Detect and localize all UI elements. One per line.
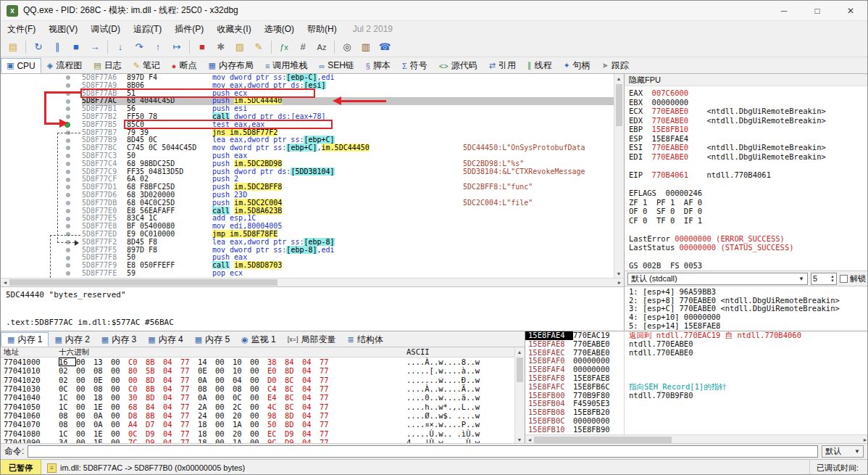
- disasm-row[interactable]: 5D8F77F28D45 F8lea eax,dword ptr ss:[ebp…: [1, 239, 614, 247]
- stop-icon[interactable]: ■: [67, 39, 85, 55]
- tab-内存 5[interactable]: ▦内存 5: [189, 332, 235, 347]
- menu-item[interactable]: 插件(P): [168, 21, 210, 37]
- dump-byte[interactable]: 04: [302, 384, 320, 393]
- open-file-icon[interactable]: ▤: [4, 39, 22, 55]
- dump-byte[interactable]: 00: [111, 358, 128, 366]
- step-out-icon[interactable]: ↑: [149, 39, 167, 55]
- tab-线程[interactable]: ∥线程: [522, 58, 558, 73]
- dump-byte[interactable]: 13: [93, 358, 111, 366]
- dump-byte[interactable]: 2C: [233, 402, 250, 411]
- dump-byte[interactable]: 10: [233, 358, 250, 366]
- dump-byte[interactable]: 00: [250, 376, 267, 384]
- dump-byte[interactable]: 00: [215, 411, 233, 420]
- dump-byte[interactable]: 04: [163, 384, 180, 393]
- dump-byte[interactable]: 18: [198, 420, 215, 429]
- menu-item[interactable]: 文件(F): [1, 21, 42, 37]
- dump-byte[interactable]: 00: [76, 420, 93, 429]
- dump-byte[interactable]: 77: [180, 393, 198, 402]
- tab-句柄[interactable]: ✦句柄: [557, 58, 596, 73]
- dump-byte[interactable]: 00: [111, 393, 128, 402]
- menu-item[interactable]: 调试(D): [84, 21, 127, 37]
- tab-源代码[interactable]: <>源代码: [433, 58, 483, 73]
- dump-byte[interactable]: 20: [233, 429, 250, 438]
- dump-byte[interactable]: 04: [163, 420, 180, 429]
- dump-byte[interactable]: 0A: [93, 420, 111, 429]
- dump-byte[interactable]: 04: [163, 429, 180, 438]
- restart-icon[interactable]: ↻: [30, 39, 47, 55]
- strings-icon[interactable]: Az: [313, 39, 330, 55]
- dump-byte[interactable]: 8D: [285, 411, 302, 420]
- dump-byte[interactable]: 14: [198, 358, 215, 366]
- dump-byte[interactable]: 1C: [59, 393, 76, 402]
- dump-byte[interactable]: 18: [93, 393, 111, 402]
- tab-调用堆栈[interactable]: ≡调用堆栈: [259, 58, 313, 73]
- dump-byte[interactable]: 16: [59, 358, 76, 366]
- search-icon[interactable]: ◎: [338, 39, 356, 55]
- register-row[interactable]: ESP 15E8FAE4: [629, 134, 868, 144]
- dump-byte[interactable]: 68: [128, 402, 146, 411]
- dump-byte[interactable]: 00: [250, 393, 267, 402]
- dump-byte[interactable]: D0: [267, 376, 285, 384]
- tab-脚本[interactable]: §脚本: [360, 58, 396, 73]
- dump-byte[interactable]: 04: [302, 358, 320, 366]
- dump-byte[interactable]: 1E: [93, 402, 111, 411]
- register-row[interactable]: EFLAGS 00000246: [629, 189, 868, 198]
- dump-byte[interactable]: 08: [59, 411, 76, 420]
- spinner-arrows-icon[interactable]: ▲▼: [830, 274, 835, 283]
- tab-断点[interactable]: ●断点: [166, 58, 203, 73]
- dump-byte[interactable]: 00: [76, 402, 93, 411]
- dump-byte[interactable]: 77: [180, 420, 198, 429]
- dump-byte[interactable]: 04: [233, 376, 250, 384]
- command-mode-select[interactable]: 默认 ▼: [822, 445, 864, 458]
- dump-byte[interactable]: 8D: [285, 420, 302, 429]
- register-row[interactable]: GS 002B FS 0053: [629, 261, 868, 270]
- dump-byte[interactable]: 0A: [198, 393, 215, 402]
- dump-byte[interactable]: 00: [250, 402, 267, 411]
- dump-byte[interactable]: 10: [233, 366, 250, 375]
- menu-item[interactable]: 收藏夹(I): [210, 21, 257, 37]
- dump-row[interactable]: 770410501C001E00688404772A002C004C8C0477…: [1, 402, 525, 411]
- dump-byte[interactable]: 77: [180, 358, 198, 366]
- scroll-up-arrow[interactable]: ▲: [614, 74, 623, 83]
- dump-byte[interactable]: 77: [320, 420, 337, 429]
- scroll-right-arrow[interactable]: ►: [615, 278, 624, 287]
- tab-笔记[interactable]: ✎笔记: [128, 58, 166, 73]
- register-row[interactable]: ESI 770EABE0 <ntdll.DbgUiRemoteBreakin>: [629, 143, 868, 152]
- dump-byte[interactable]: 8D: [285, 366, 302, 375]
- menu-item[interactable]: 选项(O): [258, 21, 301, 37]
- call-argument-row[interactable]: 4: [esp+10] 00000000: [629, 313, 868, 322]
- dump-byte[interactable]: 08: [93, 384, 111, 393]
- dump-byte[interactable]: 77: [180, 376, 198, 384]
- dump-byte[interactable]: 00: [76, 376, 93, 384]
- disasm-row[interactable]: 5D8F77C468 98BDC25Dpush im.5DC2BD985DC2B…: [1, 160, 614, 168]
- dump-byte[interactable]: 77: [180, 384, 198, 393]
- dump-byte[interactable]: 04: [302, 429, 320, 438]
- scroll-thumb[interactable]: [517, 358, 523, 382]
- register-row[interactable]: EBP 15E8FB10: [629, 125, 868, 134]
- dump-byte[interactable]: 04: [163, 393, 180, 402]
- dump-row[interactable]: 770410401C001800308D04770A000C00E48C0477…: [1, 393, 525, 402]
- dump-byte[interactable]: 04: [163, 411, 180, 420]
- tab-CPU[interactable]: ▣CPU: [1, 58, 41, 73]
- dump-byte[interactable]: 77: [320, 358, 337, 366]
- hash-icon[interactable]: #: [294, 39, 312, 55]
- dump-byte[interactable]: 00: [215, 393, 233, 402]
- dump-byte[interactable]: 77: [320, 384, 337, 393]
- dump-byte[interactable]: 08: [59, 420, 76, 429]
- run-to-user-icon[interactable]: ↦: [168, 39, 185, 55]
- step-over-icon[interactable]: ↷: [130, 39, 148, 55]
- dump-byte[interactable]: 50: [267, 420, 285, 429]
- dump-byte[interactable]: 00: [76, 429, 93, 438]
- scroll-up-arrow[interactable]: ▲: [515, 347, 524, 356]
- dump-byte[interactable]: 0E: [198, 366, 215, 375]
- disasm-row[interactable]: 5D8F77B585C0test eax,eax: [1, 121, 614, 129]
- tab-SEH链[interactable]: ∞SEH链: [313, 58, 360, 73]
- command-input[interactable]: [28, 445, 818, 458]
- dump-byte[interactable]: 00: [111, 411, 128, 420]
- disasm-row[interactable]: 5D8F77FE59pop ecx: [1, 270, 614, 278]
- dump-byte[interactable]: D9: [146, 429, 163, 438]
- dump-byte[interactable]: 1A: [233, 420, 250, 429]
- dump-byte[interactable]: 00: [215, 402, 233, 411]
- dump-byte[interactable]: 00: [111, 402, 128, 411]
- dump-byte[interactable]: 00: [250, 358, 267, 366]
